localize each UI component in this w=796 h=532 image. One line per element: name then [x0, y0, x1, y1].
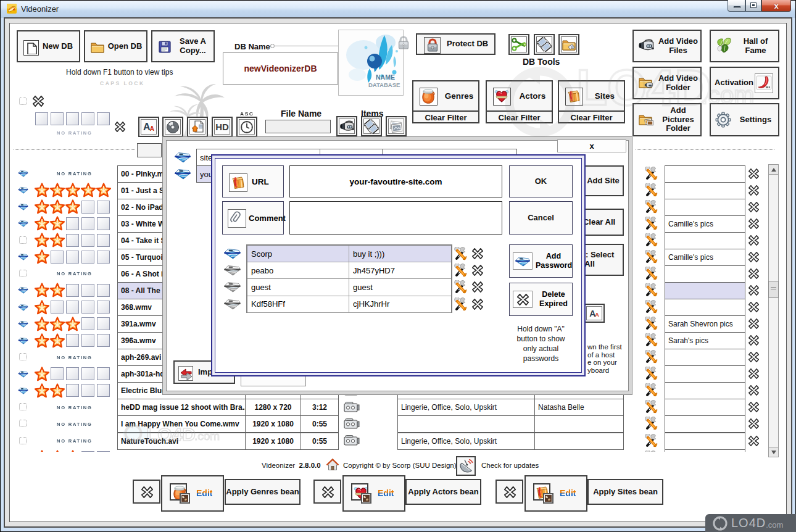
svg-text:DATABASE: DATABASE [368, 81, 400, 88]
svg-text:NAME: NAME [376, 73, 395, 81]
